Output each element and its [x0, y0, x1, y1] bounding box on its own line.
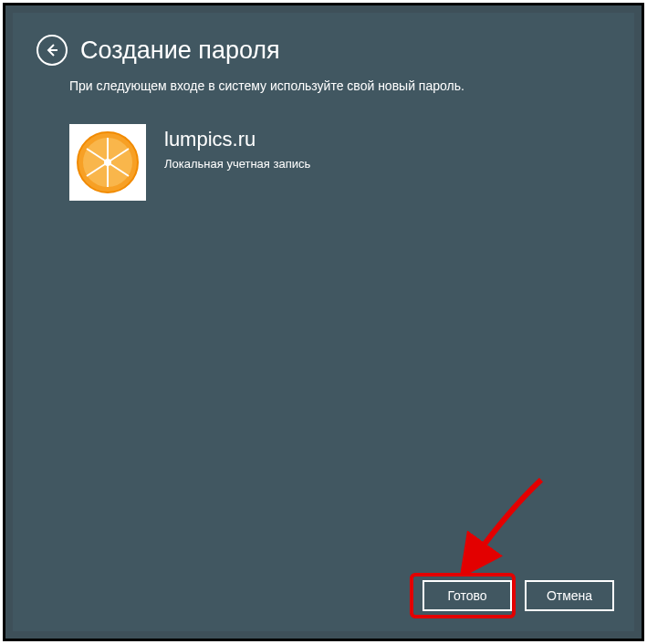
- page-subtitle: При следующем входе в систему используйт…: [69, 78, 464, 93]
- orange-slice-icon: [76, 130, 140, 194]
- page-title: Создание пароля: [80, 36, 280, 65]
- done-button[interactable]: Готово: [423, 580, 512, 611]
- content-panel: Создание пароля При следующем входе в си…: [13, 13, 634, 631]
- account-text: lumpics.ru Локальная учетная запись: [164, 124, 310, 201]
- cancel-button[interactable]: Отмена: [525, 580, 614, 611]
- avatar: [69, 124, 146, 201]
- svg-point-8: [104, 159, 111, 166]
- button-bar: Готово Отмена: [423, 580, 614, 611]
- back-button[interactable]: [37, 35, 68, 66]
- account-name: lumpics.ru: [164, 128, 310, 151]
- window-frame: Создание пароля При следующем входе в си…: [3, 3, 644, 641]
- arrow-left-icon: [45, 43, 59, 57]
- account-block: lumpics.ru Локальная учетная запись: [69, 124, 310, 201]
- annotation-arrow-icon: [454, 474, 554, 575]
- account-type: Локальная учетная запись: [164, 157, 310, 171]
- header: Создание пароля: [37, 35, 280, 66]
